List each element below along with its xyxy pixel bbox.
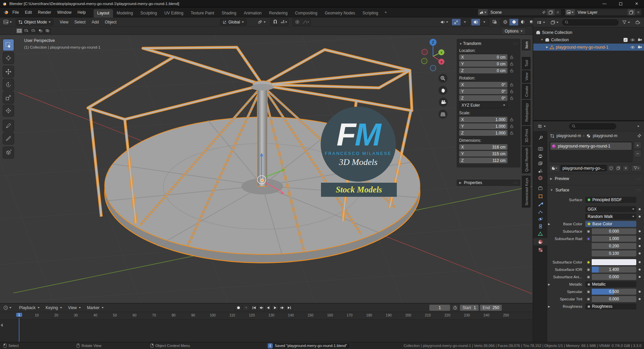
new-collection-button[interactable]: [634, 19, 642, 25]
npanel-tab-screencast-keys[interactable]: Screencast Keys: [522, 176, 531, 208]
viewport-menu-2[interactable]: Add: [89, 18, 102, 26]
transform-panel-header[interactable]: ▼ Transform: [459, 41, 481, 46]
rotate-tool[interactable]: [3, 79, 14, 91]
zoom-button[interactable]: [438, 74, 447, 83]
select-mode-invert-icon[interactable]: [37, 28, 44, 34]
workspace-tab-3[interactable]: UV Editing: [161, 9, 187, 17]
select-mode-new-icon[interactable]: [16, 28, 22, 34]
rotation-field-1[interactable]: Y0°: [459, 89, 507, 94]
outliner-filter-dropdown[interactable]: [620, 19, 632, 25]
jump-prev-keyframe-button[interactable]: [258, 305, 265, 311]
viewport-menu-1[interactable]: Select: [71, 18, 89, 26]
surface-panel-header[interactable]: ▼Surface::::: [547, 185, 644, 194]
specular-tint-slider[interactable]: 0.000: [592, 296, 636, 302]
browse-material-button[interactable]: [549, 165, 559, 171]
blender-app-icon[interactable]: [3, 10, 9, 15]
outliner-filter-id-dropdown[interactable]: [549, 19, 560, 25]
keying-set-dropdown[interactable]: [243, 305, 250, 311]
gizmos-toggle-icon[interactable]: [452, 19, 461, 25]
menu-0[interactable]: File: [9, 9, 22, 16]
timeline-expand-arrow[interactable]: [1, 324, 3, 327]
properties-editor-type-button[interactable]: [535, 123, 548, 129]
add-workspace-button[interactable]: +: [382, 9, 390, 16]
subsurface-aniso-slider[interactable]: 0.000: [592, 274, 636, 280]
gizmos-dropdown[interactable]: [461, 19, 469, 25]
npanel-tab-view[interactable]: View: [522, 70, 531, 83]
lock-icon[interactable]: [510, 89, 514, 94]
tab-modifiers[interactable]: [533, 200, 547, 208]
workspace-tab-6[interactable]: Animation: [240, 9, 265, 17]
metallic-field[interactable]: Metallic: [585, 281, 636, 287]
playhead[interactable]: [19, 318, 19, 342]
location-field-2[interactable]: Z0 cm: [459, 68, 507, 73]
hide-eye-icon[interactable]: [630, 46, 635, 49]
menu-3[interactable]: Window: [54, 9, 74, 16]
tab-world[interactable]: [533, 174, 547, 182]
current-frame-field[interactable]: 1: [429, 305, 450, 311]
preview-panel-header[interactable]: ▶Preview::::: [547, 174, 644, 183]
scale-field-2[interactable]: Z1.000: [459, 130, 507, 136]
subsurface-method-dropdown[interactable]: Random Walk: [585, 214, 636, 220]
measure-tool[interactable]: [3, 132, 14, 144]
tab-object-data[interactable]: [533, 230, 547, 237]
breadcrumb-object[interactable]: playground-m: [556, 133, 581, 138]
tab-material[interactable]: [533, 238, 547, 245]
tab-tool[interactable]: [533, 134, 547, 141]
tab-physics[interactable]: [533, 215, 547, 223]
outliner-row-object[interactable]: ▶ playground-merry-go-round-1: [533, 44, 644, 51]
tab-particles[interactable]: [533, 208, 547, 215]
view-layer-name[interactable]: View Layer: [575, 10, 628, 15]
outliner-search-input[interactable]: [562, 19, 619, 25]
workspace-tab-2[interactable]: Sculpting: [137, 9, 161, 17]
viewport-canvas[interactable]: FM FRANCESCO MILANESE 3D Models Stock Mo…: [0, 35, 533, 303]
subsurface-radius-y[interactable]: 0.200: [592, 243, 636, 249]
auto-keying-record-button[interactable]: [235, 305, 242, 311]
tab-output[interactable]: [533, 152, 547, 160]
workspace-tab-8[interactable]: Compositing: [291, 9, 321, 17]
tab-collection[interactable]: [533, 184, 547, 192]
options-button[interactable]: Options: [501, 28, 526, 35]
lock-icon[interactable]: [510, 55, 514, 59]
surface-shader-field[interactable]: Principled BSDF: [585, 197, 636, 203]
new-view-layer-icon[interactable]: [628, 9, 635, 16]
unlink-material-icon[interactable]: ×: [623, 165, 629, 171]
tab-view-layer[interactable]: [533, 160, 547, 167]
timeline-editor-type-button[interactable]: [1, 304, 13, 311]
rotation-mode-dropdown[interactable]: XYZ Euler: [459, 102, 507, 108]
jump-to-start-button[interactable]: [251, 305, 258, 311]
workspace-tab-5[interactable]: Shading: [218, 9, 240, 17]
panel-grip[interactable]: ::::: [513, 42, 518, 45]
scale-field-1[interactable]: Y1.000: [459, 123, 507, 129]
workspace-tab-1[interactable]: Modeling: [113, 9, 137, 17]
minimize-button[interactable]: —: [598, 0, 611, 7]
outliner-row-scene-collection[interactable]: Scene Collection: [533, 29, 644, 36]
camera-visibility-icon[interactable]: [638, 38, 642, 42]
lock-icon[interactable]: [510, 117, 514, 122]
snap-magnet-icon[interactable]: [271, 19, 279, 25]
mode-dropdown[interactable]: Object Mode: [16, 19, 53, 25]
menu-2[interactable]: Render: [35, 9, 54, 16]
subsurface-slider[interactable]: 0.000: [592, 228, 636, 234]
navigation-gizmo[interactable]: Z Y X: [418, 37, 449, 72]
pin-id-icon[interactable]: [637, 134, 641, 138]
lock-icon[interactable]: [510, 62, 514, 66]
overlays-dropdown[interactable]: [480, 19, 489, 25]
properties-options-dropdown[interactable]: [637, 126, 639, 127]
jump-next-keyframe-button[interactable]: [279, 305, 286, 311]
timeline-ruler[interactable]: 1102030405060708090100110120130140150160…: [0, 312, 533, 319]
expand-icon[interactable]: ▶: [547, 223, 551, 226]
pan-hand-button[interactable]: [438, 86, 447, 95]
remove-material-slot-button[interactable]: −: [634, 150, 641, 157]
npanel-tab-3d-print[interactable]: 3D-Print: [522, 126, 531, 146]
subsurface-ior-slider[interactable]: 1.400: [592, 267, 636, 273]
workspace-tab-9[interactable]: Geometry Nodes: [321, 9, 359, 17]
pin-icon[interactable]: [541, 10, 547, 14]
npanel-tab-quad-remesh[interactable]: Quad Remesh: [522, 147, 531, 173]
overlays-toggle-icon[interactable]: [471, 19, 480, 25]
timeline-menu-2[interactable]: View: [65, 304, 84, 311]
annotate-tool[interactable]: [3, 120, 14, 132]
saved-notification[interactable]: i Saved "playground-merry-go-round-1.ble…: [267, 343, 350, 349]
scale-tool[interactable]: [3, 92, 14, 104]
remove-view-layer-icon[interactable]: ✕: [635, 10, 642, 15]
new-scene-icon[interactable]: [547, 9, 554, 16]
